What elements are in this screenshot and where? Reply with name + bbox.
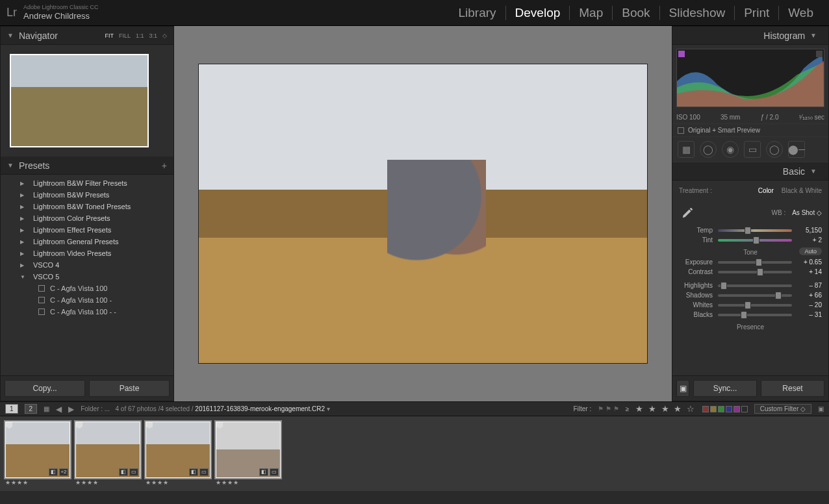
preset-folder[interactable]: ▶Lightroom B&W Presets bbox=[1, 189, 173, 201]
preset-folder[interactable]: ▶Lightroom Color Presets bbox=[1, 212, 173, 224]
zoom-fill[interactable]: FILL bbox=[119, 32, 131, 39]
module-map[interactable]: Map bbox=[570, 6, 613, 20]
chevron-down-icon: ▼ bbox=[7, 162, 14, 169]
preset-folder[interactable]: ▶Lightroom Video Presets bbox=[1, 247, 173, 259]
custom-filter-select[interactable]: Custom Filter ◇ bbox=[754, 404, 811, 414]
basic-panel: Treatment : Color Black & White WB : As … bbox=[672, 181, 828, 336]
module-develop[interactable]: Develop bbox=[506, 6, 570, 20]
chevron-right-icon: ▶ bbox=[20, 192, 27, 198]
chevron-right-icon: ▶ bbox=[20, 216, 27, 221]
zoom-fit[interactable]: FIT bbox=[105, 32, 114, 39]
whites-slider[interactable]: Whites – 20 bbox=[679, 300, 822, 310]
navigator-thumbnail[interactable] bbox=[1, 45, 173, 157]
thumb-rating: ★★★★ bbox=[75, 478, 140, 486]
copy-button[interactable]: Copy... bbox=[5, 380, 85, 397]
histogram-header[interactable]: Histogram ▼ bbox=[672, 27, 828, 45]
crop-tool-icon[interactable]: ▦ bbox=[678, 141, 695, 158]
rating-op[interactable]: ≥ bbox=[626, 405, 630, 412]
treatment-color[interactable]: Color bbox=[758, 187, 774, 194]
preset-item[interactable]: C - Agfa Vista 100 - - bbox=[1, 306, 173, 318]
shutter-value: ¹⁄₁₂₅₀ sec bbox=[799, 114, 824, 121]
preset-icon bbox=[38, 309, 45, 315]
module-print[interactable]: Print bbox=[735, 6, 779, 20]
secondary-display-2[interactable]: 2 bbox=[25, 404, 38, 414]
sync-toggle-icon[interactable]: ▣ bbox=[676, 380, 689, 397]
contrast-slider[interactable]: Contrast + 14 bbox=[679, 267, 822, 277]
wb-preset-select[interactable]: As Shot ◇ bbox=[792, 209, 822, 216]
sync-button[interactable]: Sync... bbox=[693, 380, 757, 397]
grid-view-icon[interactable]: ▦ bbox=[44, 405, 49, 412]
preset-folder[interactable]: ▶Lightroom General Presets bbox=[1, 236, 173, 247]
module-slideshow[interactable]: Slideshow bbox=[660, 6, 735, 20]
badge-icon: ◧ bbox=[259, 468, 268, 476]
filmstrip-thumb[interactable]: ◧+2 ★★★★ bbox=[5, 422, 70, 486]
preset-folder[interactable]: ▶VSCO 4 bbox=[1, 259, 173, 271]
tint-slider[interactable]: Tint + 2 bbox=[679, 235, 822, 245]
adjustment-brush-tool-icon[interactable]: ⬤─ bbox=[788, 141, 805, 158]
module-library[interactable]: Library bbox=[450, 6, 506, 20]
add-preset-icon[interactable]: + bbox=[162, 160, 167, 171]
presets-header[interactable]: ▼ Presets + bbox=[1, 157, 173, 175]
chevron-right-icon: ▶ bbox=[20, 251, 27, 257]
preset-folder[interactable]: ▼VSCO 5 bbox=[1, 271, 173, 283]
paste-button[interactable]: Paste bbox=[89, 380, 170, 397]
badge-icon: ◧ bbox=[49, 468, 58, 476]
highlights-slider[interactable]: Highlights – 87 bbox=[679, 281, 822, 290]
breadcrumb[interactable]: Folder : ... 4 of 67 photos /4 selected … bbox=[81, 405, 330, 412]
graduated-filter-tool-icon[interactable]: ▭ bbox=[744, 141, 761, 158]
zoom-3-1[interactable]: 3:1 bbox=[149, 32, 157, 39]
prev-photo-icon[interactable]: ◀ bbox=[56, 405, 62, 414]
image-canvas[interactable] bbox=[174, 26, 672, 401]
shadows-slider[interactable]: Shadows + 66 bbox=[679, 290, 822, 300]
filmstrip-thumb[interactable]: ◧▭ ★★★★ bbox=[146, 422, 210, 486]
flag-icon bbox=[6, 422, 12, 429]
spot-removal-tool-icon[interactable]: ◯ bbox=[700, 141, 717, 158]
flag-filter-icon[interactable]: ⚑ ⚑ ⚑ bbox=[598, 405, 619, 412]
highlight-clip-indicator[interactable] bbox=[816, 51, 823, 57]
navigator-header[interactable]: ▼ Navigator FIT FILL 1:1 3:1 ◇ bbox=[1, 27, 173, 45]
auto-tone-button[interactable]: Auto bbox=[799, 247, 822, 255]
preset-item[interactable]: C - Agfa Vista 100 bbox=[1, 283, 173, 294]
treatment-bw[interactable]: Black & White bbox=[782, 187, 822, 194]
color-label-filter[interactable] bbox=[702, 406, 748, 412]
badge-icon: ◧ bbox=[119, 468, 128, 476]
secondary-display-1[interactable]: 1 bbox=[5, 404, 18, 414]
main-area: ▼ Navigator FIT FILL 1:1 3:1 ◇ ▼ Presets… bbox=[0, 26, 829, 401]
preset-item[interactable]: C - Agfa Vista 100 - bbox=[1, 294, 173, 306]
redeye-tool-icon[interactable]: ◉ bbox=[722, 141, 739, 158]
chevron-right-icon: ▶ bbox=[20, 181, 27, 186]
zoom-1-1[interactable]: 1:1 bbox=[136, 32, 144, 39]
preset-folder[interactable]: ▶Lightroom B&W Toned Presets bbox=[1, 201, 173, 212]
aperture-value: ƒ / 2.0 bbox=[761, 114, 779, 121]
filter-lock-icon[interactable]: ▣ bbox=[818, 405, 824, 412]
chevron-down-icon: ▼ bbox=[7, 32, 14, 39]
exposure-slider[interactable]: Exposure + 0.65 bbox=[679, 257, 822, 267]
blacks-slider[interactable]: Blacks – 31 bbox=[679, 310, 822, 320]
next-photo-icon[interactable]: ▶ bbox=[68, 405, 74, 414]
module-web[interactable]: Web bbox=[779, 6, 823, 20]
badge-icon: +2 bbox=[59, 468, 68, 476]
chevron-down-icon: ▼ bbox=[810, 168, 817, 175]
filmstrip-thumb[interactable]: ◧▭ ★★★★ bbox=[216, 422, 281, 486]
basic-header[interactable]: Basic ▼ bbox=[672, 162, 828, 181]
filmstrip-thumb[interactable]: ◧▭ ★★★★ bbox=[75, 422, 140, 486]
filmstrip[interactable]: ◧+2 ★★★★ ◧▭ ★★★★ ◧▭ ★★★★ ◧▭ ★★★★ bbox=[0, 416, 829, 491]
left-panel: ▼ Navigator FIT FILL 1:1 3:1 ◇ ▼ Presets… bbox=[0, 26, 174, 401]
right-button-row: ▣ Sync... Reset bbox=[672, 375, 828, 401]
wb-dropper-tool-icon[interactable] bbox=[679, 203, 697, 221]
histogram[interactable] bbox=[672, 45, 828, 111]
main-photo bbox=[198, 64, 648, 364]
chevron-down-icon: ▼ bbox=[20, 274, 27, 280]
rating-filter[interactable]: ★ ★ ★ ★ ☆ bbox=[635, 404, 695, 414]
shadow-clip-indicator[interactable] bbox=[678, 51, 685, 57]
zoom-stepper-icon[interactable]: ◇ bbox=[162, 32, 167, 39]
radial-filter-tool-icon[interactable]: ◯ bbox=[766, 141, 783, 158]
temp-slider[interactable]: Temp 5,150 bbox=[679, 225, 822, 235]
badge-icon: ▭ bbox=[270, 468, 279, 476]
module-book[interactable]: Book bbox=[613, 6, 659, 20]
preset-folder[interactable]: ▶Lightroom Effect Presets bbox=[1, 224, 173, 236]
preset-folder[interactable]: ▶Lightroom B&W Filter Presets bbox=[1, 177, 173, 189]
reset-button[interactable]: Reset bbox=[761, 380, 824, 397]
iso-value: ISO 100 bbox=[676, 114, 700, 121]
app-logo: Lr bbox=[6, 6, 17, 19]
